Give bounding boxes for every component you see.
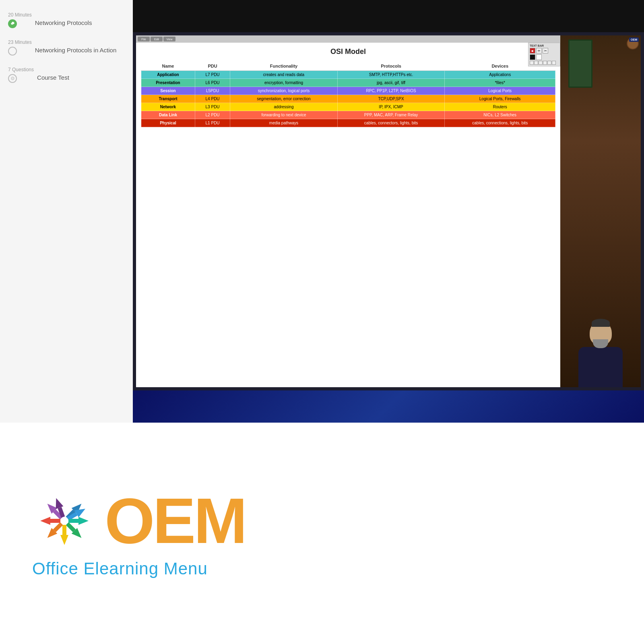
svg-marker-12 [60, 535, 68, 545]
osi-cell-session-4: Logical Ports [445, 87, 555, 95]
tool-s6[interactable] [552, 61, 556, 65]
osi-cell-physical-2: media pathways [230, 119, 337, 127]
sidebar-title-col-1: Networking Protocols in Action [35, 39, 125, 54]
sidebar-duration-2: 7 Questions [8, 67, 34, 72]
osi-cell-datalink-0: Data Link [141, 111, 195, 119]
osi-cell-network-3: IP, IPX, ICMP [337, 103, 445, 111]
osi-cell-transport-1: L4 PDU [195, 95, 230, 103]
video-outer: File Edit View TEXT BAR ■ ✏ [133, 0, 644, 423]
osi-cell-transport-4: Logical Ports, Firewalls [445, 95, 555, 103]
video-content-area: File Edit View TEXT BAR ■ ✏ [133, 0, 644, 423]
video-main-section: File Edit View TEXT BAR ■ ✏ [133, 32, 644, 390]
osi-cell-presentation-3: jpg, ascii, gif, tiff [337, 79, 445, 87]
slide-toolbar: File Edit View [136, 35, 560, 43]
osi-row-physical: PhysicalL1 PDUmedia pathwayscables, conn… [141, 119, 555, 127]
sidebar-duration-1: 23 Minutes [8, 39, 32, 45]
sidebar-duration-0: 20 Minutes [8, 12, 32, 18]
tool-s5[interactable] [547, 61, 551, 65]
slide-title: OSI Model [141, 47, 555, 56]
status-icon-1 [8, 47, 17, 56]
toolbar-btn-3[interactable]: View [163, 37, 175, 41]
presenter-logo-badge: OEM [629, 37, 639, 42]
oem-arrows-icon [32, 489, 97, 553]
tools-row-2 [530, 54, 559, 60]
osi-cell-application-0: Application [141, 71, 195, 79]
video-top-bar [133, 0, 644, 32]
tools-row-1: ■ ✏ ✂ [530, 48, 559, 54]
osi-cell-transport-0: Transport [141, 95, 195, 103]
sidebar-icon-col-1: 23 Minutes [8, 39, 32, 56]
osi-cell-physical-3: cables, connectors, lights, bits [337, 119, 445, 127]
osi-cell-presentation-1: L6 PDU [195, 79, 230, 87]
svg-rect-13 [62, 525, 66, 535]
oem-subtitle: Office Elearning Menu [32, 559, 208, 578]
osi-cell-application-2: creates and reads data [230, 71, 337, 79]
osi-row-datalink: Data LinkL2 PDUforwarding to next device… [141, 111, 555, 119]
logo-container: OEM Office Elearning Menu [32, 489, 245, 578]
presenter-beard [593, 339, 608, 348]
osi-cell-application-4: Applications [445, 71, 555, 79]
sidebar-icon-col-0: 20 Minutes [8, 12, 32, 28]
osi-cell-presentation-2: encryption, formatting [230, 79, 337, 87]
toolbar-btn-2[interactable]: Edit [151, 37, 163, 41]
osi-cell-datalink-2: forwarding to next device [230, 111, 337, 119]
presenter-hair [592, 319, 610, 327]
tool-pencil-btn[interactable]: ✏ [536, 48, 542, 54]
col-header-functionality: Functionality [230, 62, 337, 71]
osi-cell-physical-0: Physical [141, 119, 195, 127]
svg-rect-9 [68, 519, 78, 523]
tool-red-btn[interactable]: ■ [530, 48, 535, 54]
presenter-camera: OEM [560, 35, 641, 387]
svg-rect-11 [66, 522, 76, 532]
tool-s3[interactable] [539, 61, 543, 65]
osi-row-session: SessionL5PDUsynchronization, logical por… [141, 87, 555, 95]
toolbar-btn-1[interactable]: File [138, 37, 150, 41]
osi-cell-presentation-0: Presentation [141, 79, 195, 87]
sidebar-item-networking-protocols[interactable]: 20 Minutes Networking Protocols [8, 12, 125, 28]
osi-cell-datalink-4: NICs, L2 Switches [445, 111, 555, 119]
osi-cell-session-3: RPC, PP1P, L2TP, NetBIOS [337, 87, 445, 95]
sidebar-title-1: Networking Protocols in Action [35, 47, 125, 54]
tool-scissor-btn[interactable]: ✂ [543, 48, 548, 54]
osi-cell-session-0: Session [141, 87, 195, 95]
status-icon-2: ⚙ [8, 74, 17, 83]
svg-marker-16 [40, 517, 50, 525]
osi-row-transport: TransportL4 PDUsegmentation, error corre… [141, 95, 555, 103]
sidebar-item-networking-protocols-action[interactable]: 23 Minutes Networking Protocols in Actio… [8, 39, 125, 56]
tool-s1[interactable] [530, 61, 534, 65]
status-icon-0 [8, 19, 17, 28]
osi-cell-transport-2: segmentation, error correction [230, 95, 337, 103]
osi-cell-session-2: synchronization, logical ports [230, 87, 337, 95]
sidebar: 20 Minutes Networking Protocols 23 Minut… [0, 0, 133, 423]
osi-cell-network-1: L3 PDU [195, 103, 230, 111]
presenter-head [590, 321, 612, 345]
bottom-logo-section: OEM Office Elearning Menu [0, 423, 644, 644]
sidebar-title-col-2: Course Test [37, 67, 125, 81]
osi-cell-network-0: Network [141, 103, 195, 111]
presenter-body [578, 347, 623, 387]
osi-cell-physical-1: L1 PDU [195, 119, 230, 127]
top-section: 20 Minutes Networking Protocols 23 Minut… [0, 0, 644, 423]
osi-row-application: ApplicationL7 PDUcreates and reads dataS… [141, 71, 555, 79]
tools-panel-label: TEXT BAR [530, 44, 559, 47]
tools-panel: TEXT BAR ■ ✏ ✂ [528, 43, 560, 66]
osi-cell-transport-3: TCP,UDP,SPX [337, 95, 445, 103]
tools-row-3 [530, 61, 559, 65]
oem-brand-text: OEM [105, 489, 245, 553]
tool-color-white[interactable] [536, 54, 542, 60]
osi-cell-network-4: Routers [445, 103, 555, 111]
sidebar-item-course-test[interactable]: 7 Questions ⚙ Course Test [8, 67, 125, 83]
tool-color-black[interactable] [530, 54, 535, 60]
col-header-pdu: PDU [195, 62, 230, 71]
col-header-protocols: Protocols [337, 62, 445, 71]
tool-s2[interactable] [534, 61, 538, 65]
svg-rect-17 [50, 519, 60, 523]
osi-cell-datalink-1: L2 PDU [195, 111, 230, 119]
slide-content: TEXT BAR ■ ✏ ✂ [136, 43, 560, 132]
slide-container: File Edit View TEXT BAR ■ ✏ [136, 35, 560, 387]
osi-cell-session-1: L5PDU [195, 87, 230, 95]
tool-s4[interactable] [543, 61, 547, 65]
sidebar-title-col-0: Networking Protocols [35, 12, 125, 26]
osi-cell-presentation-4: *files* [445, 79, 555, 87]
video-bottom-bar [133, 390, 644, 423]
